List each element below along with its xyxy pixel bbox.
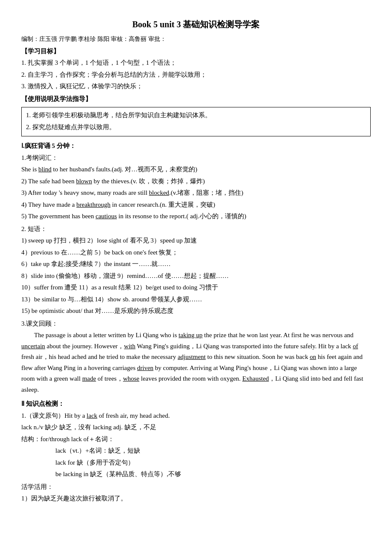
usage-box: 1. 老师引领学生积极动脑思考，结合所学知识自主构建知识体系。 2. 探究总结疑… — [21, 107, 371, 136]
underline-driven: driven — [137, 364, 153, 371]
study-goals: 1. 扎实掌握 3 个单词，1 个短语，1 个句型，1 个语法； 2. 自主学习… — [21, 58, 371, 92]
study-goal-1: 1. 扎实掌握 3 个单词，1 个短语，1 个句型，1 个语法； — [21, 58, 371, 69]
underline-lack: lack — [86, 412, 97, 419]
phrase-5: 10）suffer from 遭受 11）as a result 结果 12）b… — [21, 282, 371, 293]
vocab-sub-1: lack（vt.）+名词：缺乏，短缺 — [55, 445, 371, 457]
page-title: Book 5 unit 3 基础知识检测导学案 — [21, 17, 371, 32]
vocab-item-2: 2) The safe had been blown by the thieve… — [21, 176, 371, 187]
vocab-1-after: to her husband's faults.(adj. 对…视而不见，未察觉… — [52, 166, 197, 173]
vocab-3-after: .(v.堵塞，阻塞；堵，挡住) — [169, 189, 243, 196]
vocab-item-3: 3) After today 's heavy snow, many roads… — [21, 188, 371, 199]
vocab-1-before: She is — [21, 166, 38, 173]
vocab-5-underline: cautious — [95, 213, 117, 220]
phrase-6: 13）be similar to 与…相似 14）show sb. around… — [21, 294, 371, 305]
vocab-4-underline: breakthrough — [76, 201, 110, 208]
vocab-sub-list: lack（vt.）+名词：缺乏，短缺 lack for 缺（多用于否定句） be… — [55, 445, 371, 480]
vocab-item-1: She is blind to her husband's faults.(ad… — [21, 164, 371, 175]
meta-line: 编制：庄玉强 亓学鹏 李桂珍 陈阳 审核：高鲁丽 审批： — [21, 34, 371, 44]
vocab-2-before: The safe had been — [28, 178, 76, 185]
text-review-header: 3.课文回顾： — [21, 318, 371, 330]
vocab-sub-2: lack for 缺（多用于否定句） — [55, 457, 371, 468]
underline-of: of — [353, 343, 358, 350]
vocab-list: She is blind to her husband's faults.(ad… — [21, 164, 371, 222]
underline-on: on — [310, 353, 316, 360]
vocab-3-before: After today 's heavy snow, many roads ar… — [28, 189, 149, 196]
phrases-list: 1) sweep up 打扫，横扫 2）lose sight of 看不见 3）… — [21, 235, 371, 317]
vocab-2-underline: blown — [76, 178, 92, 185]
phrase-2: 4）previous to 在……之前 5）be back on one's f… — [21, 247, 371, 258]
vocab-1-underline: blind — [38, 166, 52, 173]
active-use-label: 活学活用： — [21, 482, 371, 493]
underline-adjustment: adjustment — [178, 353, 206, 360]
vocab-3-underline: blocked — [149, 189, 169, 196]
knowledge-point-1: 1.（课文原句）Hit by a lack of fresh air, my h… — [21, 410, 371, 422]
passage-text: The passage is about a letter written by… — [21, 330, 371, 395]
vocab-5-prefix: 5) — [21, 213, 28, 220]
structure-label: 结构：for/through lack of＋名词： — [21, 434, 371, 445]
vocab-4-after: in cancer research.(n. 重大进展，突破) — [110, 201, 215, 208]
phrase-7: 15) be optimistic about/ that 对……是乐观的/持乐… — [21, 306, 371, 317]
phrase-4: 8）slide into (偷偷地）移动，溜进 9）remind……of 使……… — [21, 271, 371, 282]
underline-uncertain: uncertain — [21, 343, 45, 350]
vocab-sub-3: be lacking in 缺乏（某种品质、特点等）,不够 — [55, 469, 371, 480]
vocab-item-5: 5) The government has been cautious in i… — [21, 211, 371, 222]
study-goal-2: 2. 自主学习，合作探究；学会分析与总结的方法，并能学以致用； — [21, 69, 371, 81]
vocab-item-4: 4) They have made a breakthrough in canc… — [21, 199, 371, 211]
vocab-2-after: by the thieves.(v. 吹，吹奏；炸掉，爆炸) — [92, 178, 205, 185]
section2-header: Ⅱ 知识点检测： — [21, 399, 371, 410]
vocab-2-prefix: 2) — [21, 178, 28, 185]
lack-nv: lack n./v 缺少 缺乏，没有 lacking adj. 缺乏，不足 — [21, 422, 371, 433]
usage-item-2: 2. 探究总结疑难点并学以致用。 — [26, 122, 366, 133]
underline-exhausted: Exhausted — [242, 375, 269, 382]
vocab-3-prefix: 3) — [21, 189, 28, 196]
page-container: Book 5 unit 3 基础知识检测导学案 编制：庄玉强 亓学鹏 李桂珍 陈… — [21, 17, 371, 504]
section1-header: Ⅰ.疯狂背诵 5 分钟： — [21, 141, 371, 152]
underline-taking-up: taking up — [179, 332, 202, 338]
phrase-3: 6）take up 拿起;接受;继续 7）the instant 一……就…… — [21, 259, 371, 270]
phrase-1: 1) sweep up 打扫，横扫 2）lose sight of 看不见 3）… — [21, 235, 371, 246]
underline-with: with — [124, 343, 135, 350]
study-goal-3: 3. 激情投入，疯狂记忆，体验学习的快乐； — [21, 81, 371, 92]
vocab-5-before: The government has been — [28, 213, 95, 220]
vocab-header: 1.考纲词汇： — [21, 153, 371, 164]
vocab-5-after: in its resonse to the report.( adj.小心的，谨… — [117, 213, 246, 220]
active-use-1: 1）因为缺乏兴趣这次旅行被取消了。 — [21, 493, 371, 504]
phrases-header: 2. 短语： — [21, 224, 371, 235]
vocab-4-prefix: 4) — [21, 201, 28, 208]
vocab-4-before: They have made a — [28, 201, 76, 208]
underline-made: made — [82, 375, 96, 382]
usage-item-1: 1. 老师引领学生积极动脑思考，结合所学知识自主构建知识体系。 — [26, 110, 366, 121]
usage-header: 【使用说明及学法指导】 — [21, 94, 371, 105]
underline-whose: whose — [123, 375, 139, 382]
study-goals-header: 【学习目标】 — [21, 46, 371, 57]
